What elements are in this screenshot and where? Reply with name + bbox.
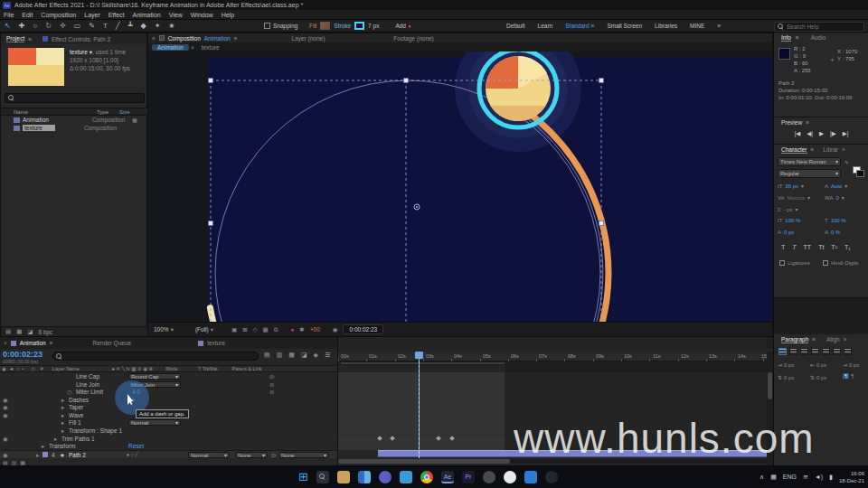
play-button[interactable]: ▶	[819, 130, 824, 137]
align-right-button[interactable]	[800, 348, 808, 355]
text-direction-rtl-button[interactable]: ¶	[851, 373, 854, 379]
scrollbar-thumb[interactable]	[768, 372, 772, 399]
vertical-scale-value[interactable]: 100 %	[785, 218, 800, 223]
tsume-value[interactable]: 0 %	[831, 230, 840, 235]
project-search-input[interactable]	[17, 95, 126, 101]
property-row-line-cap[interactable]: Line Cap Round Cap▾ ⊙	[0, 372, 336, 380]
utility-app-icon[interactable]	[545, 471, 558, 483]
timeline-search-box[interactable]	[52, 352, 259, 361]
column-trkmat[interactable]: T TrkMat	[198, 366, 218, 371]
rotate-tool-icon[interactable]: ▭	[74, 22, 81, 30]
zoom-tool-icon[interactable]: ○	[33, 22, 37, 30]
close-tab-icon[interactable]: ×	[4, 340, 7, 346]
tab-character[interactable]: Character	[781, 146, 807, 154]
property-row-miter-limit[interactable]: ◷ Miter Limit 4.0 ⊙	[0, 388, 336, 396]
column-size[interactable]: Size	[119, 109, 130, 115]
add-button[interactable]: Add●	[395, 23, 410, 29]
menu-animation[interactable]: Animation	[133, 12, 161, 18]
panel-overflow-icon[interactable]: »	[842, 146, 845, 153]
app-icon[interactable]	[483, 471, 495, 483]
frame-blending-icon[interactable]: ◪	[301, 352, 307, 359]
last-frame-button[interactable]: ▶|	[843, 130, 849, 137]
puppet-pin-tool-icon[interactable]: ★	[168, 22, 175, 30]
adjust-exposure-icon[interactable]: ●	[290, 326, 294, 333]
workspace-mine[interactable]: MINE	[690, 23, 704, 29]
line-cap-select[interactable]: Round Cap▾	[128, 373, 181, 380]
stopwatch-icon[interactable]: ◷	[67, 389, 72, 396]
eye-icon[interactable]: ◉	[3, 452, 8, 459]
workspace-libraries[interactable]: Libraries	[655, 23, 677, 29]
menu-composition[interactable]: Composition	[41, 12, 76, 18]
tab-layer[interactable]: Layer (none)	[291, 35, 325, 42]
region-of-interest-icon[interactable]: ◇	[253, 326, 258, 333]
next-frame-button[interactable]: |▶	[830, 130, 836, 137]
all-caps-button[interactable]: TT	[804, 244, 812, 250]
font-style-select[interactable]: Regular▾	[778, 169, 841, 178]
expand-layers-icon[interactable]: ▤	[3, 459, 8, 465]
transparency-grid-icon[interactable]: ▦	[263, 326, 269, 333]
file-explorer-icon[interactable]	[337, 471, 350, 483]
layer-color-swatch[interactable]	[42, 452, 48, 457]
caret-right-icon[interactable]: ▸	[42, 443, 44, 450]
project-search-box[interactable]	[5, 93, 145, 103]
layer-trkmat-select[interactable]: None▾	[235, 452, 268, 458]
battery-icon[interactable]: ▮	[829, 474, 833, 481]
superscript-button[interactable]: T¹	[831, 244, 837, 250]
composition-viewport[interactable]	[148, 52, 772, 322]
item-name[interactable]: texture ▾	[70, 49, 92, 55]
delete-icon[interactable]: ◪	[27, 328, 33, 335]
property-row-transform[interactable]: ▸ Transform Reset	[0, 442, 336, 450]
timeline-tab-texture[interactable]: texture	[207, 340, 225, 346]
search-help-box[interactable]	[774, 22, 864, 32]
menu-edit[interactable]: Edit	[22, 12, 33, 18]
property-row-transform-shape[interactable]: ▸ Transform : Shape 1	[0, 427, 336, 435]
timeline-tab-menu-icon[interactable]: ≡	[50, 340, 53, 346]
workspace-menu-icon[interactable]: ≡	[591, 23, 595, 29]
draft-3d-icon[interactable]: ▥	[277, 352, 283, 359]
scrollbar-thumb[interactable]	[338, 459, 510, 464]
pickwhip-icon[interactable]: ⊙	[271, 452, 276, 459]
hindi-digits-checkbox[interactable]	[823, 260, 828, 266]
font-family-select[interactable]: Times New Roman▾	[778, 157, 841, 166]
project-row-animation[interactable]: Animation Composition ▦	[1, 116, 148, 124]
pen-tool-icon[interactable]: ✎	[89, 22, 95, 30]
fill-label[interactable]: Fill	[309, 23, 316, 29]
caret-right-icon[interactable]: ▸	[61, 419, 64, 427]
timeline-search-input[interactable]	[65, 353, 246, 359]
layer-switches[interactable]: ♠ ○ ╱	[127, 452, 138, 457]
horizontal-scale-value[interactable]: 100 %	[831, 218, 846, 223]
workspace-standard[interactable]: Standard≡	[565, 23, 594, 29]
layer-row-path2[interactable]: ◉ ▸ 4 ★ Path 2 ♠ ○ ╱ Normal▾ None▾ ⊙ Non…	[0, 450, 336, 458]
tab-audio[interactable]: Audio	[811, 34, 826, 41]
monitor-app-icon[interactable]	[400, 471, 412, 483]
tab-effect-controls[interactable]: Effect Controls: Path 3	[52, 36, 110, 42]
column-type[interactable]: Type	[97, 109, 108, 115]
menu-layer[interactable]: Layer	[84, 12, 100, 18]
snapshot-icon[interactable]: ◉	[333, 326, 338, 333]
after-effects-taskbar-icon[interactable]: Ae	[441, 471, 454, 483]
info-panel-menu-icon[interactable]: ≡	[796, 34, 799, 41]
text-color-swatches[interactable]	[853, 166, 865, 178]
justify-all-button[interactable]	[844, 348, 852, 355]
roto-brush-tool-icon[interactable]: ✦	[155, 22, 161, 30]
faux-italic-button[interactable]: T	[792, 244, 796, 250]
vscode-icon[interactable]	[524, 471, 537, 483]
eyedropper-icon[interactable]: ✎	[844, 159, 849, 165]
space-before-value[interactable]: 0 px	[784, 375, 794, 380]
tab-align[interactable]: Align	[826, 336, 839, 343]
comp-timecode[interactable]: 0:00:02:23	[343, 324, 383, 334]
tab-libraries[interactable]: Librar	[823, 146, 838, 153]
panel-overflow-icon[interactable]: »	[844, 336, 847, 343]
workspace-overflow-icon[interactable]: »	[717, 23, 721, 29]
tab-preview[interactable]: Preview	[781, 119, 802, 126]
caret-right-icon[interactable]: ▸	[61, 404, 64, 411]
column-parent-link[interactable]: Parent & Link	[232, 366, 262, 371]
leading-value[interactable]: Auto	[831, 183, 842, 189]
timeline-footer-toggles[interactable]: ▤ ▥ ▦	[3, 459, 25, 465]
clock[interactable]: 16:06 18-Dec-21	[839, 470, 864, 484]
windows-start-icon[interactable]: ⊞	[298, 470, 308, 483]
justify-last-center-button[interactable]	[822, 348, 830, 355]
shape-tool-icon[interactable]: ◆	[140, 22, 146, 30]
tab-footage[interactable]: Footage (none)	[393, 35, 433, 42]
preview-panel-menu-icon[interactable]: ≡	[806, 119, 809, 126]
